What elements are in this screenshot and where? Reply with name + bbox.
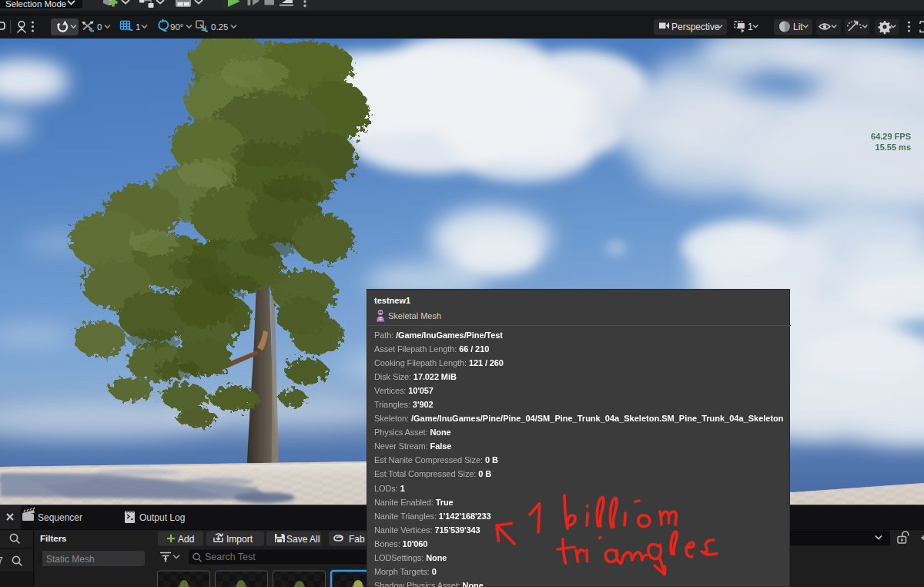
svg-text:Add: Add bbox=[178, 534, 194, 545]
svg-text:Import: Import bbox=[226, 534, 253, 545]
svg-text:Selection Mode: Selection Mode bbox=[5, 0, 66, 8]
svg-text:Search Test: Search Test bbox=[205, 552, 256, 562]
svg-text:1: 1 bbox=[748, 22, 753, 32]
svg-text:Lit: Lit bbox=[793, 22, 803, 32]
svg-text:15.55 ms: 15.55 ms bbox=[875, 143, 911, 152]
svg-text:1: 1 bbox=[136, 22, 140, 32]
svg-text:7: 7 bbox=[0, 555, 3, 566]
svg-text:Save All: Save All bbox=[286, 534, 320, 545]
svg-text:Static Mesh: Static Mesh bbox=[46, 554, 95, 565]
svg-text:Output Log: Output Log bbox=[139, 512, 185, 523]
svg-text:0: 0 bbox=[97, 22, 102, 32]
svg-text:0.25: 0.25 bbox=[211, 22, 228, 32]
svg-text:90°: 90° bbox=[170, 22, 183, 32]
svg-text:Perspective: Perspective bbox=[671, 22, 720, 32]
svg-text:Filters: Filters bbox=[40, 534, 67, 543]
svg-text:64.29 FPS: 64.29 FPS bbox=[871, 132, 911, 141]
svg-text:Fab: Fab bbox=[349, 534, 365, 545]
svg-text:Sequencer: Sequencer bbox=[38, 512, 82, 523]
